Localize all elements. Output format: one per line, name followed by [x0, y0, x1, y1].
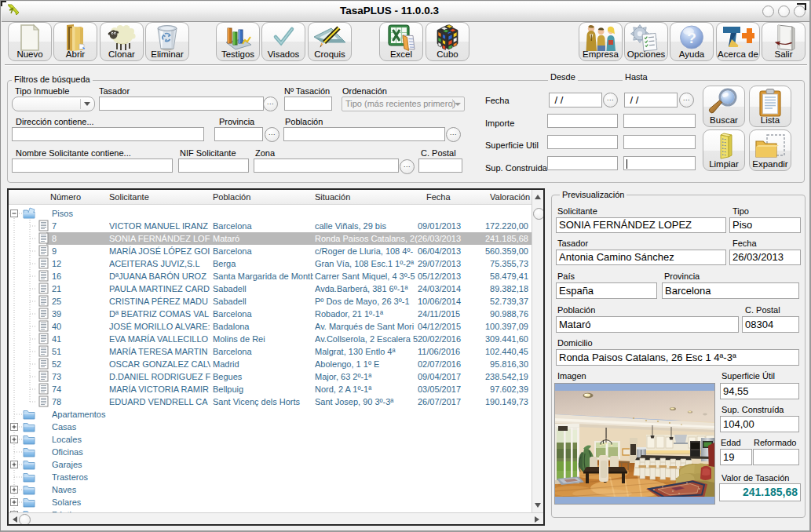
svg-text:?: ? [687, 30, 696, 46]
